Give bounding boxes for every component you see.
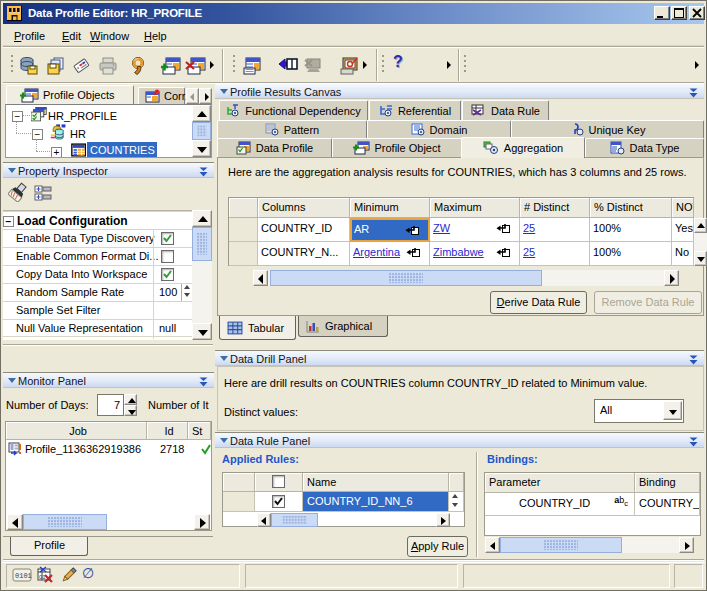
svg-text:0101: 0101 xyxy=(15,572,32,580)
svg-text:01: 01 xyxy=(39,574,46,580)
